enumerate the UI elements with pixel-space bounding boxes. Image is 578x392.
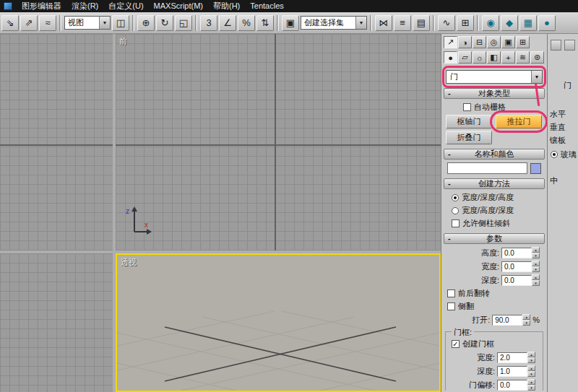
pivot-door-button[interactable]: 枢轴门	[446, 115, 492, 129]
spin-up-icon[interactable]: ▴	[532, 261, 540, 266]
allow-jamb-tilt-checkbox[interactable]	[452, 219, 460, 227]
panel-icon[interactable]	[564, 40, 575, 51]
menu-graph-editors[interactable]: 图形编辑器	[17, 0, 66, 12]
spin-down-icon[interactable]: ▾	[527, 357, 535, 363]
height-spinner-arrows[interactable]: ▴ ▾	[532, 247, 540, 258]
open-input[interactable]: 90.0	[492, 315, 522, 326]
tab-create-icon[interactable]: ↗	[444, 36, 457, 48]
frame-width-spinner-arrows[interactable]: ▴ ▾	[527, 352, 535, 363]
radio-width-height-depth[interactable]	[452, 207, 459, 214]
view-dropdown[interactable]: 视图 ▼	[64, 16, 111, 30]
layer-manager-icon[interactable]: ▤	[413, 15, 430, 31]
spin-up-icon[interactable]: ▴	[532, 247, 540, 253]
viewport-perspective[interactable]: 透视	[116, 253, 441, 392]
spin-up-icon[interactable]: ▴	[527, 352, 535, 357]
spin-down-icon[interactable]: ▾	[522, 320, 530, 326]
frame-depth-spinner-arrows[interactable]: ▴ ▾	[527, 365, 535, 377]
unlink-selection-icon[interactable]: ⇗	[20, 15, 38, 31]
height-input[interactable]: 0.0	[501, 248, 532, 258]
align-icon[interactable]: ≡	[394, 15, 411, 31]
app-icon[interactable]	[4, 2, 12, 10]
viewport-front-label[interactable]: 前	[119, 36, 127, 47]
category-cameras-icon[interactable]: ◧	[487, 51, 501, 64]
rollout-creation-method[interactable]: - 创建方法	[444, 178, 545, 189]
spin-up-icon[interactable]: ▴	[527, 365, 535, 371]
flip-front-back-checkbox[interactable]	[447, 289, 455, 297]
render-production-icon[interactable]: ●	[538, 15, 556, 31]
chevron-down-icon[interactable]: ▼	[99, 17, 110, 29]
spin-up-icon[interactable]: ▴	[522, 314, 530, 320]
mirror-icon[interactable]: ⋈	[375, 15, 392, 31]
width-spinner-arrows[interactable]: ▴ ▾	[532, 261, 540, 272]
bind-to-spacewarp-icon[interactable]: ≈	[39, 15, 56, 31]
category-spacewarps-icon[interactable]: ≋	[516, 51, 530, 64]
tab-utilities-icon[interactable]: ⊞	[516, 36, 530, 48]
panel-icon[interactable]	[551, 40, 561, 51]
flip-side-checkbox[interactable]	[447, 302, 455, 310]
tab-hierarchy-icon[interactable]: ⊟	[473, 36, 486, 48]
menu-customize[interactable]: 自定义(U)	[103, 0, 148, 12]
autogrid-checkbox[interactable]	[463, 103, 471, 111]
subcategory-dropdown[interactable]: 门 ▼	[446, 70, 543, 84]
rendered-frame-window-icon[interactable]: ▦	[519, 15, 537, 31]
spinner-snap-icon[interactable]: ⇅	[256, 15, 274, 31]
chevron-down-icon[interactable]: ▼	[355, 17, 366, 29]
select-and-move-icon[interactable]: ⊕	[137, 15, 155, 31]
spin-up-icon[interactable]: ▴	[532, 274, 540, 280]
spin-down-icon[interactable]: ▾	[527, 371, 535, 377]
viewport-top-partial[interactable]	[0, 34, 113, 251]
category-lights-icon[interactable]: ☼	[473, 51, 486, 64]
tab-display-icon[interactable]: ▣	[501, 36, 515, 48]
chevron-down-icon[interactable]: ▼	[531, 71, 542, 83]
spin-down-icon[interactable]: ▾	[532, 253, 540, 258]
snap-toggle-3d-icon[interactable]: 3	[200, 15, 217, 31]
edit-named-selection-icon[interactable]: ▣	[282, 15, 299, 31]
open-spinner-arrows[interactable]: ▴ ▾	[522, 314, 530, 326]
width-input[interactable]: 0.0	[501, 261, 532, 272]
angle-snap-icon[interactable]: ∠	[219, 15, 236, 31]
tab-modify-icon[interactable]: ◑	[458, 36, 472, 48]
select-and-link-icon[interactable]: ⇘	[1, 15, 19, 31]
percent-snap-icon[interactable]: %	[238, 15, 255, 31]
menu-tentacles[interactable]: Tentacles	[245, 0, 288, 12]
spin-up-icon[interactable]: ▴	[527, 379, 535, 385]
viewport-left-partial[interactable]	[0, 253, 113, 392]
select-and-scale-icon[interactable]: ◱	[175, 15, 192, 31]
category-geometry-icon[interactable]: ●	[444, 51, 457, 64]
select-and-rotate-icon[interactable]: ↻	[156, 15, 173, 31]
door-offset-spinner-arrows[interactable]: ▴ ▾	[527, 379, 535, 391]
curve-editor-icon[interactable]: ∿	[438, 15, 455, 31]
radio-width-depth-height[interactable]	[452, 194, 459, 201]
selection-region-icon[interactable]: ◫	[112, 15, 129, 31]
rollout-name-color[interactable]: - 名称和颜色	[444, 149, 545, 160]
menu-help[interactable]: 帮助(H)	[208, 0, 245, 12]
rollout-object-type[interactable]: - 对象类型	[444, 88, 545, 99]
frame-depth-input[interactable]: 1.0	[497, 366, 527, 377]
spin-down-icon[interactable]: ▾	[532, 266, 540, 272]
create-frame-checkbox[interactable]: ✓	[452, 340, 460, 348]
menu-maxscript[interactable]: MAXScript(M)	[149, 0, 208, 12]
category-helpers-icon[interactable]: +	[501, 51, 515, 64]
spin-down-icon[interactable]: ▾	[532, 280, 540, 286]
spin-down-icon[interactable]: ▾	[527, 385, 535, 391]
menu-rendering[interactable]: 渲染(R)	[66, 0, 103, 12]
category-shapes-icon[interactable]: ▱	[458, 51, 472, 64]
viewport-perspective-label[interactable]: 透视	[121, 257, 137, 268]
material-editor-icon[interactable]: ◉	[482, 15, 499, 31]
folding-door-button[interactable]: 折叠门	[446, 131, 492, 144]
strip-radio[interactable]	[551, 151, 558, 158]
viewport-front[interactable]: 前 z x	[116, 34, 441, 251]
sliding-door-button[interactable]: 推拉门	[496, 115, 542, 129]
category-systems-icon[interactable]: ⊛	[530, 51, 544, 64]
door-offset-input[interactable]: 0.0	[497, 380, 527, 391]
depth-input[interactable]: 0.0	[501, 275, 532, 286]
frame-width-input[interactable]: 2.0	[497, 352, 527, 363]
rollout-parameters[interactable]: - 参数	[444, 233, 545, 244]
depth-spinner-arrows[interactable]: ▴ ▾	[532, 274, 540, 286]
render-setup-icon[interactable]: ◆	[501, 15, 518, 31]
schematic-view-icon[interactable]: ⊞	[457, 15, 474, 31]
object-name-input[interactable]	[447, 162, 527, 174]
object-color-swatch[interactable]	[530, 163, 541, 174]
named-selection-set-dropdown[interactable]: 创建选择集 ▼	[301, 16, 367, 30]
tab-motion-icon[interactable]: ◎	[487, 36, 501, 48]
